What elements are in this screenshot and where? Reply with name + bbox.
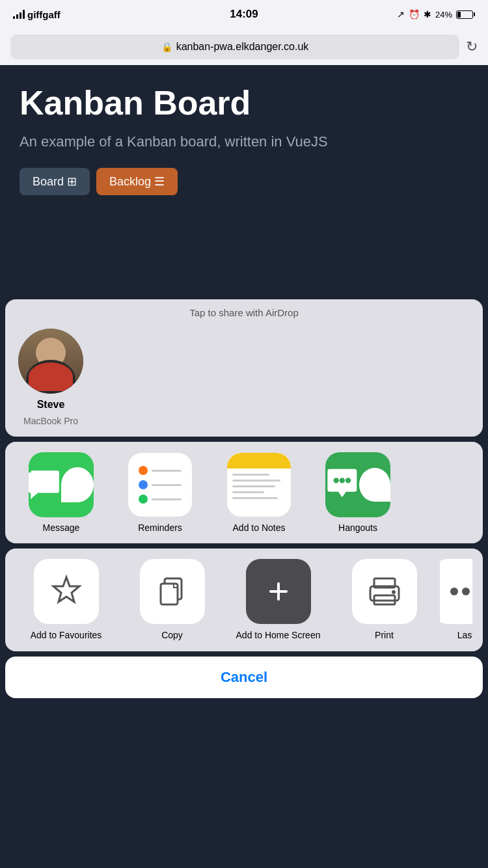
reminders-label: Reminders xyxy=(138,522,182,533)
app-reminders[interactable]: Reminders xyxy=(115,452,206,533)
contact-name: Steve xyxy=(37,399,65,411)
message-label: Message xyxy=(43,522,80,533)
actions-row: Add to Favourites Copy xyxy=(16,559,472,641)
more-label: Last xyxy=(457,629,472,641)
app-notes[interactable]: Add to Notes xyxy=(213,452,305,533)
alarm-icon: ⏰ xyxy=(409,9,420,20)
contact-device: MacBook Pro xyxy=(23,416,78,426)
url-text: kanban-pwa.elkdanger.co.uk xyxy=(176,41,309,53)
app-hangouts[interactable]: Hangouts xyxy=(312,452,403,533)
print-icon-box xyxy=(352,559,417,624)
airdrop-label: Tap to share with AirDrop xyxy=(5,299,483,323)
share-sheet: Tap to share with AirDrop Steve MacBook … xyxy=(0,299,488,868)
more-icon-box xyxy=(440,559,472,624)
action-favourites[interactable]: Add to Favourites xyxy=(16,559,116,641)
print-label: Print xyxy=(375,629,394,641)
hangouts-icon-box xyxy=(325,452,390,517)
reminders-lines xyxy=(133,461,187,509)
hangouts-bubble-icon xyxy=(325,466,359,504)
carrier-label: giffgaff xyxy=(27,9,61,20)
notes-top-bar xyxy=(227,453,291,468)
airdrop-section: Tap to share with AirDrop Steve MacBook … xyxy=(5,299,483,437)
copy-label: Copy xyxy=(161,629,183,641)
notes-label: Add to Notes xyxy=(233,522,286,533)
more-dots-icon xyxy=(449,582,472,601)
page-title: Kanban Board xyxy=(20,85,468,122)
notes-lines xyxy=(227,468,291,504)
status-left: giffgaff xyxy=(13,9,61,20)
airdrop-contacts: Steve MacBook Pro xyxy=(5,323,483,437)
message-icon-box xyxy=(29,452,94,517)
notes-icon-box xyxy=(226,452,291,517)
page-subtitle: An example of a Kanban board, written in… xyxy=(20,132,468,152)
hangouts-label: Hangouts xyxy=(338,522,377,533)
url-bar[interactable]: 🔒 kanban-pwa.elkdanger.co.uk ↻ xyxy=(0,29,488,65)
status-bar: giffgaff 14:09 ↗ ⏰ ✱ 24% xyxy=(0,0,488,29)
app-message[interactable]: Message xyxy=(16,452,107,533)
svg-point-12 xyxy=(450,588,458,595)
svg-point-0 xyxy=(334,478,339,483)
apps-row: Message xyxy=(16,452,472,533)
location-icon: ↗ xyxy=(397,9,405,20)
home-screen-icon-box xyxy=(246,559,311,624)
favourites-label: Add to Favourites xyxy=(31,629,102,641)
time-label: 14:09 xyxy=(230,8,258,21)
page-background: Kanban Board An example of a Kanban boar… xyxy=(0,65,488,312)
cancel-button[interactable]: Cancel xyxy=(5,657,483,698)
home-screen-label: Add to Home Screen xyxy=(236,629,321,641)
action-more[interactable]: Last xyxy=(440,559,472,641)
svg-point-13 xyxy=(462,588,470,595)
status-right: ↗ ⏰ ✱ 24% xyxy=(397,9,475,20)
battery-indicator xyxy=(456,10,475,19)
tab-backlog[interactable]: Backlog ☰ xyxy=(96,168,178,195)
reload-button[interactable]: ↻ xyxy=(466,38,478,55)
cancel-section: Cancel xyxy=(5,657,483,698)
avatar xyxy=(18,329,83,394)
copy-icon-box xyxy=(140,559,205,624)
airdrop-contact[interactable]: Steve MacBook Pro xyxy=(18,329,83,426)
print-icon xyxy=(366,575,403,608)
page-tabs: Board ⊞ Backlog ☰ xyxy=(20,168,468,195)
copy-icon xyxy=(156,575,189,608)
action-print[interactable]: Print xyxy=(334,559,435,641)
lock-icon: 🔒 xyxy=(161,42,172,52)
add-home-icon xyxy=(262,575,295,608)
bluetooth-icon: ✱ xyxy=(424,9,431,20)
action-copy[interactable]: Copy xyxy=(122,559,223,641)
svg-point-1 xyxy=(340,478,345,483)
svg-rect-4 xyxy=(161,584,178,604)
svg-point-2 xyxy=(346,478,351,483)
tab-board[interactable]: Board ⊞ xyxy=(20,168,90,195)
battery-percent: 24% xyxy=(435,10,452,20)
favourites-icon-box xyxy=(34,559,99,624)
message-bubble-icon xyxy=(29,467,61,503)
actions-section: Add to Favourites Copy xyxy=(5,549,483,651)
action-home-screen[interactable]: Add to Home Screen xyxy=(228,559,329,641)
svg-point-11 xyxy=(392,590,396,594)
reminders-icon-box xyxy=(128,452,193,517)
star-icon xyxy=(49,575,83,608)
apps-section: Message xyxy=(5,442,483,543)
signal-bars xyxy=(13,10,25,19)
url-field[interactable]: 🔒 kanban-pwa.elkdanger.co.uk xyxy=(10,34,459,59)
